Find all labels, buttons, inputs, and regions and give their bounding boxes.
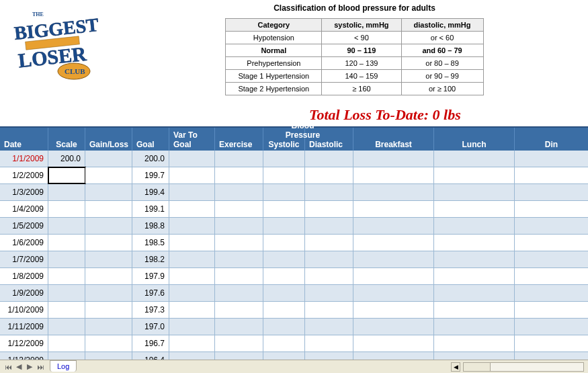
cell-scale[interactable] bbox=[48, 201, 85, 217]
cell-scale[interactable] bbox=[48, 302, 85, 318]
cell-exercise[interactable] bbox=[215, 251, 263, 267]
cell-gainloss[interactable] bbox=[85, 167, 132, 183]
cell-breakfast[interactable] bbox=[353, 302, 434, 318]
cell-breakfast[interactable] bbox=[353, 268, 434, 284]
cell-lunch[interactable] bbox=[434, 151, 515, 167]
cell-goal[interactable]: 199.4 bbox=[132, 184, 169, 200]
cell-gainloss[interactable] bbox=[85, 184, 132, 200]
cell-goal[interactable]: 199.1 bbox=[132, 201, 169, 217]
cell-var[interactable] bbox=[169, 268, 215, 284]
cell-diastolic[interactable] bbox=[305, 268, 353, 284]
cell-var[interactable] bbox=[169, 167, 215, 183]
cell-var[interactable] bbox=[169, 285, 215, 301]
cell-lunch[interactable] bbox=[434, 167, 515, 183]
cell-exercise[interactable] bbox=[215, 235, 263, 251]
cell-scale[interactable] bbox=[48, 235, 85, 251]
cell-goal[interactable]: 196.7 bbox=[132, 335, 169, 351]
cell-dinner[interactable] bbox=[515, 251, 588, 267]
cell-scale[interactable] bbox=[48, 184, 85, 200]
cell-lunch[interactable] bbox=[434, 218, 515, 234]
cell-diastolic[interactable] bbox=[305, 285, 353, 301]
cell-goal[interactable]: 197.9 bbox=[132, 268, 169, 284]
cell-diastolic[interactable] bbox=[305, 218, 353, 234]
cell-exercise[interactable] bbox=[215, 335, 263, 351]
cell-breakfast[interactable] bbox=[353, 335, 434, 351]
cell-var[interactable] bbox=[169, 302, 215, 318]
cell-breakfast[interactable] bbox=[353, 319, 434, 335]
cell-gainloss[interactable] bbox=[85, 268, 132, 284]
cell-goal[interactable]: 200.0 bbox=[132, 151, 169, 167]
cell-gainloss[interactable] bbox=[85, 285, 132, 301]
cell-lunch[interactable] bbox=[434, 335, 515, 351]
cell-dinner[interactable] bbox=[515, 335, 588, 351]
data-grid[interactable]: Date Scale Gain/Loss Goal Var ToGoal Exe… bbox=[0, 126, 588, 369]
cell-systolic[interactable] bbox=[263, 268, 305, 284]
cell-scale[interactable] bbox=[48, 167, 85, 183]
cell-gainloss[interactable] bbox=[85, 319, 132, 335]
cell-var[interactable] bbox=[169, 251, 215, 267]
cell-systolic[interactable] bbox=[263, 167, 305, 183]
cell-diastolic[interactable] bbox=[305, 251, 353, 267]
cell-exercise[interactable] bbox=[215, 268, 263, 284]
cell-var[interactable] bbox=[169, 184, 215, 200]
cell-systolic[interactable] bbox=[263, 251, 305, 267]
cell-lunch[interactable] bbox=[434, 319, 515, 335]
cell-lunch[interactable] bbox=[434, 302, 515, 318]
cell-gainloss[interactable] bbox=[85, 251, 132, 267]
cell-systolic[interactable] bbox=[263, 151, 305, 167]
cell-systolic[interactable] bbox=[263, 218, 305, 234]
cell-exercise[interactable] bbox=[215, 319, 263, 335]
cell-breakfast[interactable] bbox=[353, 184, 434, 200]
cell-breakfast[interactable] bbox=[353, 167, 434, 183]
cell-date[interactable]: 1/12/2009 bbox=[0, 335, 48, 351]
cell-scale[interactable] bbox=[48, 251, 85, 267]
cell-dinner[interactable] bbox=[515, 167, 588, 183]
cell-date[interactable]: 1/9/2009 bbox=[0, 285, 48, 301]
cell-date[interactable]: 1/1/2009 bbox=[0, 151, 48, 167]
cell-lunch[interactable] bbox=[434, 235, 515, 251]
tab-nav-prev-icon[interactable]: ◀ bbox=[13, 362, 24, 372]
tab-nav-next-icon[interactable]: ▶ bbox=[24, 362, 35, 372]
cell-date[interactable]: 1/4/2009 bbox=[0, 201, 48, 217]
cell-exercise[interactable] bbox=[215, 201, 263, 217]
cell-gainloss[interactable] bbox=[85, 201, 132, 217]
cell-exercise[interactable] bbox=[215, 302, 263, 318]
cell-var[interactable] bbox=[169, 235, 215, 251]
cell-var[interactable] bbox=[169, 201, 215, 217]
cell-date[interactable]: 1/5/2009 bbox=[0, 218, 48, 234]
sheet-tab-log[interactable]: Log bbox=[50, 360, 77, 372]
cell-gainloss[interactable] bbox=[85, 151, 132, 167]
cell-exercise[interactable] bbox=[215, 151, 263, 167]
cell-goal[interactable]: 198.2 bbox=[132, 251, 169, 267]
cell-date[interactable]: 1/2/2009 bbox=[0, 167, 48, 183]
cell-systolic[interactable] bbox=[263, 335, 305, 351]
cell-breakfast[interactable] bbox=[353, 218, 434, 234]
cell-lunch[interactable] bbox=[434, 285, 515, 301]
cell-goal[interactable]: 197.6 bbox=[132, 285, 169, 301]
cell-diastolic[interactable] bbox=[305, 319, 353, 335]
cell-diastolic[interactable] bbox=[305, 151, 353, 167]
cell-date[interactable]: 1/6/2009 bbox=[0, 235, 48, 251]
cell-diastolic[interactable] bbox=[305, 201, 353, 217]
cell-dinner[interactable] bbox=[515, 218, 588, 234]
cell-diastolic[interactable] bbox=[305, 167, 353, 183]
cell-date[interactable]: 1/8/2009 bbox=[0, 268, 48, 284]
cell-exercise[interactable] bbox=[215, 184, 263, 200]
cell-gainloss[interactable] bbox=[85, 218, 132, 234]
cell-systolic[interactable] bbox=[263, 184, 305, 200]
cell-systolic[interactable] bbox=[263, 285, 305, 301]
cell-lunch[interactable] bbox=[434, 268, 515, 284]
cell-date[interactable]: 1/7/2009 bbox=[0, 251, 48, 267]
cell-systolic[interactable] bbox=[263, 302, 305, 318]
cell-exercise[interactable] bbox=[215, 285, 263, 301]
cell-goal[interactable]: 197.0 bbox=[132, 319, 169, 335]
cell-lunch[interactable] bbox=[434, 184, 515, 200]
cell-var[interactable] bbox=[169, 319, 215, 335]
cell-goal[interactable]: 199.7 bbox=[132, 167, 169, 183]
cell-date[interactable]: 1/3/2009 bbox=[0, 184, 48, 200]
cell-scale[interactable] bbox=[48, 218, 85, 234]
cell-scale[interactable] bbox=[48, 335, 85, 351]
cell-dinner[interactable] bbox=[515, 201, 588, 217]
cell-dinner[interactable] bbox=[515, 285, 588, 301]
cell-dinner[interactable] bbox=[515, 235, 588, 251]
